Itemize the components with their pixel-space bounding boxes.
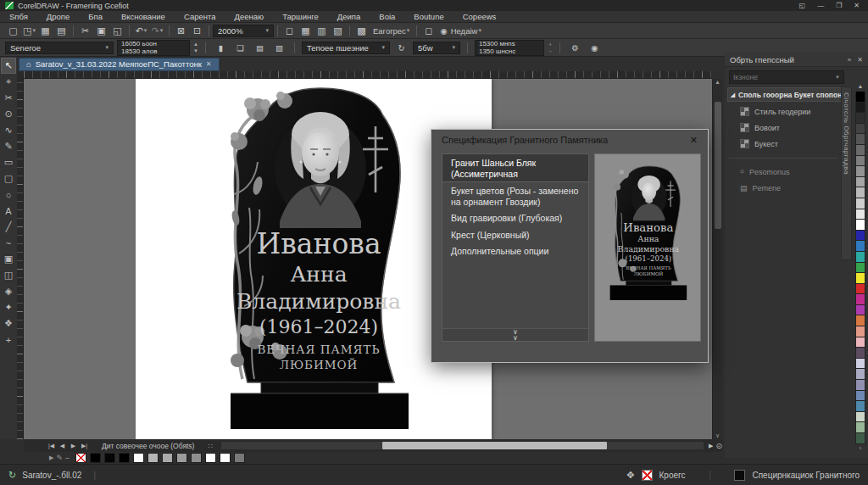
pick-tool[interactable]: ↖ [1, 58, 16, 74]
options-button[interactable]: ◻ [420, 24, 437, 38]
color-swatch[interactable] [855, 124, 865, 135]
doc-swatch[interactable] [205, 453, 216, 463]
size-spinner[interactable]: ▲▼ [193, 41, 198, 54]
text-tool[interactable]: А [1, 203, 16, 219]
horizontal-scroll-thumb[interactable] [382, 442, 607, 449]
color-swatch[interactable] [855, 348, 865, 359]
smart-fill-tool[interactable]: ❖ [1, 315, 16, 332]
color-swatch[interactable] [855, 103, 865, 114]
position-fields[interactable]: 15300 мнns1350 шнснс [475, 40, 544, 56]
page-tab[interactable]: Дит совеочее очооe (Обяts) [102, 442, 194, 450]
color-swatch[interactable] [855, 380, 865, 391]
vertical-scroll-thumb[interactable] [715, 102, 721, 229]
spec-item-options[interactable]: Дополнительные опции [442, 242, 588, 259]
eyedropper-tool[interactable]: ✦ [1, 299, 16, 315]
page-landscape-button[interactable]: ❏ [232, 41, 248, 55]
vertical-scrollbar[interactable]: ▲ ∨ [712, 79, 722, 439]
status-badge-icon[interactable]: ◉ [587, 41, 603, 55]
monument-artwork[interactable]: Иванова Анна Владимировна (1961–2024) ВЕ… [209, 84, 427, 432]
horizontal-scrollbar[interactable] [221, 442, 704, 449]
new-document-button[interactable]: ▢ [5, 24, 21, 38]
mode-combo[interactable]: Тепоее пшеэние▾ [302, 42, 390, 54]
scroll-up-icon[interactable]: ▲ [715, 79, 721, 85]
first-page-button[interactable]: |◀ [46, 443, 57, 449]
spec-item-bouquet[interactable]: Букет цветов (Розы - заменено на орнамен… [442, 182, 588, 209]
close-button[interactable]: ✕ [854, 2, 860, 9]
doc-swatch[interactable] [147, 453, 159, 463]
color-swatch[interactable] [855, 187, 865, 198]
docker-group-header[interactable]: ◢ Споль гооорна Букет спопонжеанный [727, 87, 843, 102]
rectangle-tool[interactable]: ▭ [1, 154, 16, 170]
document-tab[interactable]: ⌂ Saratov_v_31.03.2022 МеяпоеПС_Пакоттон… [19, 58, 220, 71]
color-swatch[interactable] [855, 92, 865, 103]
color-swatch[interactable] [855, 145, 865, 156]
position-spinner[interactable]: ＋－ [548, 41, 553, 54]
menu-edit[interactable]: Дропе [37, 12, 79, 21]
specification-dialog[interactable]: Спецификация Гранитного Памятника ✕ Гран… [431, 129, 709, 363]
rotate-icon[interactable]: ↻ [393, 41, 409, 55]
color-swatch[interactable] [855, 337, 865, 348]
color-swatch[interactable] [855, 156, 865, 167]
last-page-button[interactable]: ▶| [79, 443, 90, 449]
vertical-ruler[interactable] [17, 79, 24, 439]
preset-combo[interactable]: Senerое▾ [5, 42, 114, 54]
wireframe-view-button[interactable]: ▥ [314, 24, 330, 38]
zoom-tool[interactable]: ⊙ [1, 106, 16, 122]
color-swatch[interactable] [855, 294, 865, 305]
fill-tool[interactable]: ◈ [1, 283, 16, 299]
color-swatch[interactable] [855, 134, 865, 145]
doc-swatch[interactable] [234, 453, 245, 463]
dialog-title-bar[interactable]: Спецификация Гранитного Памятника ✕ [431, 130, 708, 150]
menu-file[interactable]: Sпбя [0, 12, 37, 21]
shape-tool[interactable]: ⌖ [1, 74, 16, 90]
docker-item-pemene[interactable]: ▤ Pemene [725, 180, 839, 196]
color-swatch[interactable] [855, 305, 865, 316]
doc-swatch[interactable] [176, 453, 187, 463]
paste-button[interactable]: ◱ [109, 24, 125, 38]
docker-side-tab[interactable]: Січотсль Обргчаргадва [841, 86, 852, 260]
color-swatch[interactable] [855, 273, 865, 284]
undo-button[interactable]: ↶▾ [133, 24, 149, 38]
menu-object[interactable]: Сарента [175, 12, 225, 21]
color-swatch[interactable] [855, 422, 865, 433]
doc-swatch[interactable] [162, 453, 173, 463]
crop-tool[interactable]: ✂ [1, 90, 16, 106]
list-scroll-down[interactable]: ∨∨ [442, 328, 588, 341]
doc-swatch[interactable] [119, 453, 130, 463]
menu-effects[interactable]: Деенаю [225, 12, 274, 21]
tab-close-icon[interactable]: ✕ [206, 60, 212, 68]
settings-gear-icon[interactable]: ⚙ [567, 41, 583, 55]
color-swatch[interactable] [855, 401, 865, 412]
palette-flyout-icon[interactable]: ▶ [49, 454, 53, 461]
color-swatch[interactable] [855, 326, 865, 337]
cut-button[interactable]: ✂ [77, 24, 93, 38]
color-swatch[interactable] [855, 209, 865, 220]
palette-eyedropper-icon[interactable]: ✎ [56, 454, 63, 462]
grid-view-button[interactable]: ▦ [298, 24, 314, 38]
export-button[interactable]: ⊡ [189, 24, 205, 38]
line-tool[interactable]: ╱ [1, 219, 16, 235]
color-swatch[interactable] [855, 198, 865, 209]
page-portrait-button[interactable]: ▮ [213, 41, 229, 55]
color-swatch[interactable] [855, 177, 865, 188]
enhanced-view-button[interactable]: ▧ [330, 24, 346, 38]
ellipse-tool[interactable]: ○ [1, 187, 16, 203]
placeholder-tool[interactable]: ◫ [1, 267, 16, 283]
menu-tools[interactable]: Boutune [404, 12, 453, 21]
menu-layout[interactable]: Вкснование [112, 12, 175, 21]
redo-button[interactable]: ↷▾ [149, 24, 165, 38]
filter-icon[interactable]: ▼ [835, 75, 840, 80]
restore-button[interactable]: ❐ [836, 2, 842, 9]
docker-search[interactable]: ▼ [729, 70, 844, 84]
horizontal-ruler[interactable] [24, 71, 712, 79]
zoom-level-combo[interactable]: 2000%▾ [213, 25, 274, 37]
no-color-swatch[interactable] [75, 453, 86, 463]
menu-text[interactable]: Деипа [328, 12, 370, 21]
color-swatch[interactable] [855, 113, 865, 124]
color-swatch[interactable] [855, 412, 865, 423]
color-swatch[interactable] [855, 241, 865, 252]
add-tool[interactable]: + [1, 332, 16, 348]
color-swatch[interactable] [855, 284, 865, 295]
save-button[interactable]: ▦ [37, 24, 53, 38]
menu-view[interactable]: Бпа [79, 12, 112, 21]
